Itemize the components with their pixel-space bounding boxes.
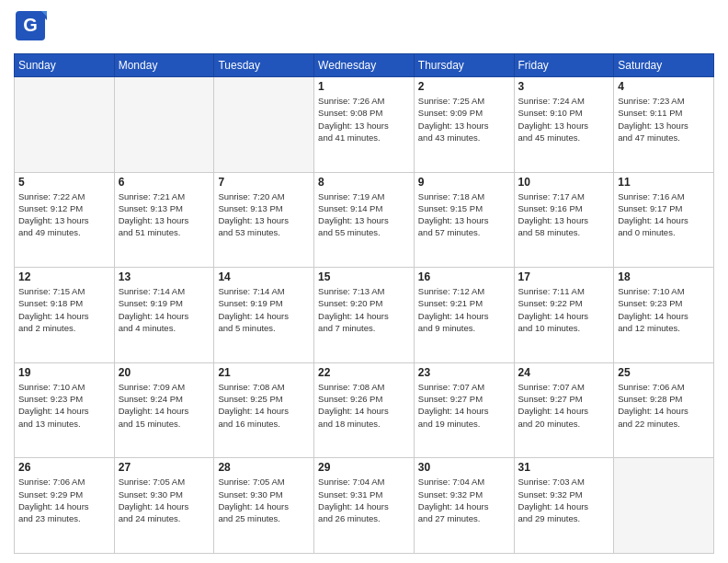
day-number: 9 xyxy=(418,176,510,189)
day-number: 22 xyxy=(318,366,410,379)
calendar-cell: 25Sunrise: 7:06 AMSunset: 9:28 PMDayligh… xyxy=(614,362,714,458)
day-info: Sunrise: 7:10 AMSunset: 9:23 PMDaylight:… xyxy=(18,381,110,430)
calendar-week-5: 26Sunrise: 7:06 AMSunset: 9:29 PMDayligh… xyxy=(15,458,714,554)
day-info: Sunrise: 7:15 AMSunset: 9:18 PMDaylight:… xyxy=(18,285,110,334)
day-info: Sunrise: 7:19 AMSunset: 9:14 PMDaylight:… xyxy=(318,190,410,239)
logo: G xyxy=(14,9,51,46)
calendar-cell: 1Sunrise: 7:26 AMSunset: 9:08 PMDaylight… xyxy=(314,77,415,173)
calendar-cell: 5Sunrise: 7:22 AMSunset: 9:12 PMDaylight… xyxy=(15,172,115,268)
day-info: Sunrise: 7:12 AMSunset: 9:21 PMDaylight:… xyxy=(418,285,510,334)
calendar-cell: 30Sunrise: 7:04 AMSunset: 9:32 PMDayligh… xyxy=(414,458,514,554)
col-wednesday: Wednesday xyxy=(314,54,415,77)
calendar-cell: 23Sunrise: 7:07 AMSunset: 9:27 PMDayligh… xyxy=(414,362,514,458)
col-friday: Friday xyxy=(514,54,614,77)
day-info: Sunrise: 7:07 AMSunset: 9:27 PMDaylight:… xyxy=(518,381,610,430)
day-info: Sunrise: 7:04 AMSunset: 9:32 PMDaylight:… xyxy=(418,476,510,524)
calendar: Sunday Monday Tuesday Wednesday Thursday… xyxy=(14,53,714,554)
day-number: 31 xyxy=(518,461,610,474)
calendar-cell: 7Sunrise: 7:20 AMSunset: 9:13 PMDaylight… xyxy=(214,172,314,268)
col-thursday: Thursday xyxy=(414,54,514,77)
day-number: 15 xyxy=(318,270,410,283)
calendar-cell: 31Sunrise: 7:03 AMSunset: 9:32 PMDayligh… xyxy=(514,458,614,554)
calendar-cell: 4Sunrise: 7:23 AMSunset: 9:11 PMDaylight… xyxy=(614,77,714,173)
calendar-cell: 24Sunrise: 7:07 AMSunset: 9:27 PMDayligh… xyxy=(514,362,614,458)
page: G Sunday Monday Tuesday Wednesday Thursd… xyxy=(0,0,728,563)
day-number: 5 xyxy=(18,176,110,189)
calendar-cell: 9Sunrise: 7:18 AMSunset: 9:15 PMDaylight… xyxy=(414,172,514,268)
day-info: Sunrise: 7:22 AMSunset: 9:12 PMDaylight:… xyxy=(18,190,110,239)
header: G xyxy=(14,9,714,46)
calendar-cell: 20Sunrise: 7:09 AMSunset: 9:24 PMDayligh… xyxy=(114,362,214,458)
calendar-cell: 26Sunrise: 7:06 AMSunset: 9:29 PMDayligh… xyxy=(15,458,115,554)
day-info: Sunrise: 7:16 AMSunset: 9:17 PMDaylight:… xyxy=(618,190,710,239)
day-info: Sunrise: 7:06 AMSunset: 9:29 PMDaylight:… xyxy=(18,476,110,524)
day-info: Sunrise: 7:24 AMSunset: 9:10 PMDaylight:… xyxy=(518,95,610,144)
day-number: 13 xyxy=(119,270,210,283)
day-number: 23 xyxy=(418,366,510,379)
day-info: Sunrise: 7:20 AMSunset: 9:13 PMDaylight:… xyxy=(218,190,310,239)
day-info: Sunrise: 7:11 AMSunset: 9:22 PMDaylight:… xyxy=(518,285,610,334)
calendar-cell: 12Sunrise: 7:15 AMSunset: 9:18 PMDayligh… xyxy=(15,268,115,363)
day-number: 17 xyxy=(518,270,610,283)
day-number: 21 xyxy=(218,366,310,379)
calendar-cell: 22Sunrise: 7:08 AMSunset: 9:26 PMDayligh… xyxy=(314,362,415,458)
calendar-cell: 11Sunrise: 7:16 AMSunset: 9:17 PMDayligh… xyxy=(614,172,714,268)
day-number: 3 xyxy=(518,80,610,93)
calendar-cell xyxy=(214,77,314,173)
day-number: 8 xyxy=(318,176,410,189)
day-number: 26 xyxy=(18,461,110,474)
day-info: Sunrise: 7:25 AMSunset: 9:09 PMDaylight:… xyxy=(418,95,510,144)
calendar-cell: 3Sunrise: 7:24 AMSunset: 9:10 PMDaylight… xyxy=(514,77,614,173)
day-info: Sunrise: 7:21 AMSunset: 9:13 PMDaylight:… xyxy=(119,190,210,239)
col-saturday: Saturday xyxy=(614,54,714,77)
day-info: Sunrise: 7:04 AMSunset: 9:31 PMDaylight:… xyxy=(318,476,410,524)
day-info: Sunrise: 7:03 AMSunset: 9:32 PMDaylight:… xyxy=(518,476,610,524)
calendar-cell xyxy=(15,77,115,173)
calendar-cell: 17Sunrise: 7:11 AMSunset: 9:22 PMDayligh… xyxy=(514,268,614,363)
day-number: 25 xyxy=(618,366,710,379)
day-info: Sunrise: 7:14 AMSunset: 9:19 PMDaylight:… xyxy=(218,285,310,334)
day-number: 29 xyxy=(318,461,410,474)
calendar-cell: 29Sunrise: 7:04 AMSunset: 9:31 PMDayligh… xyxy=(314,458,415,554)
day-number: 18 xyxy=(618,270,710,283)
calendar-cell xyxy=(614,458,714,554)
day-number: 1 xyxy=(318,80,410,93)
calendar-cell: 18Sunrise: 7:10 AMSunset: 9:23 PMDayligh… xyxy=(614,268,714,363)
day-info: Sunrise: 7:10 AMSunset: 9:23 PMDaylight:… xyxy=(618,285,710,334)
day-info: Sunrise: 7:06 AMSunset: 9:28 PMDaylight:… xyxy=(618,381,710,430)
day-number: 27 xyxy=(119,461,210,474)
calendar-header-row: Sunday Monday Tuesday Wednesday Thursday… xyxy=(15,54,714,77)
day-info: Sunrise: 7:18 AMSunset: 9:15 PMDaylight:… xyxy=(418,190,510,239)
day-number: 14 xyxy=(218,270,310,283)
day-number: 28 xyxy=(218,461,310,474)
day-info: Sunrise: 7:26 AMSunset: 9:08 PMDaylight:… xyxy=(318,95,410,144)
calendar-cell: 13Sunrise: 7:14 AMSunset: 9:19 PMDayligh… xyxy=(114,268,214,363)
day-info: Sunrise: 7:08 AMSunset: 9:26 PMDaylight:… xyxy=(318,381,410,430)
day-number: 10 xyxy=(518,176,610,189)
day-number: 16 xyxy=(418,270,510,283)
day-number: 20 xyxy=(119,366,210,379)
day-number: 19 xyxy=(18,366,110,379)
calendar-cell: 27Sunrise: 7:05 AMSunset: 9:30 PMDayligh… xyxy=(114,458,214,554)
col-monday: Monday xyxy=(114,54,214,77)
col-sunday: Sunday xyxy=(15,54,115,77)
day-number: 11 xyxy=(618,176,710,189)
calendar-cell: 21Sunrise: 7:08 AMSunset: 9:25 PMDayligh… xyxy=(214,362,314,458)
calendar-week-2: 5Sunrise: 7:22 AMSunset: 9:12 PMDaylight… xyxy=(15,172,714,268)
day-number: 12 xyxy=(18,270,110,283)
calendar-cell: 8Sunrise: 7:19 AMSunset: 9:14 PMDaylight… xyxy=(314,172,415,268)
day-number: 24 xyxy=(518,366,610,379)
day-info: Sunrise: 7:05 AMSunset: 9:30 PMDaylight:… xyxy=(119,476,210,524)
svg-text:G: G xyxy=(23,15,38,35)
calendar-cell xyxy=(114,77,214,173)
calendar-cell: 10Sunrise: 7:17 AMSunset: 9:16 PMDayligh… xyxy=(514,172,614,268)
calendar-cell: 16Sunrise: 7:12 AMSunset: 9:21 PMDayligh… xyxy=(414,268,514,363)
calendar-cell: 19Sunrise: 7:10 AMSunset: 9:23 PMDayligh… xyxy=(15,362,115,458)
calendar-week-1: 1Sunrise: 7:26 AMSunset: 9:08 PMDaylight… xyxy=(15,77,714,173)
day-info: Sunrise: 7:13 AMSunset: 9:20 PMDaylight:… xyxy=(318,285,410,334)
calendar-cell: 6Sunrise: 7:21 AMSunset: 9:13 PMDaylight… xyxy=(114,172,214,268)
col-tuesday: Tuesday xyxy=(214,54,314,77)
calendar-cell: 28Sunrise: 7:05 AMSunset: 9:30 PMDayligh… xyxy=(214,458,314,554)
day-info: Sunrise: 7:17 AMSunset: 9:16 PMDaylight:… xyxy=(518,190,610,239)
calendar-cell: 15Sunrise: 7:13 AMSunset: 9:20 PMDayligh… xyxy=(314,268,415,363)
